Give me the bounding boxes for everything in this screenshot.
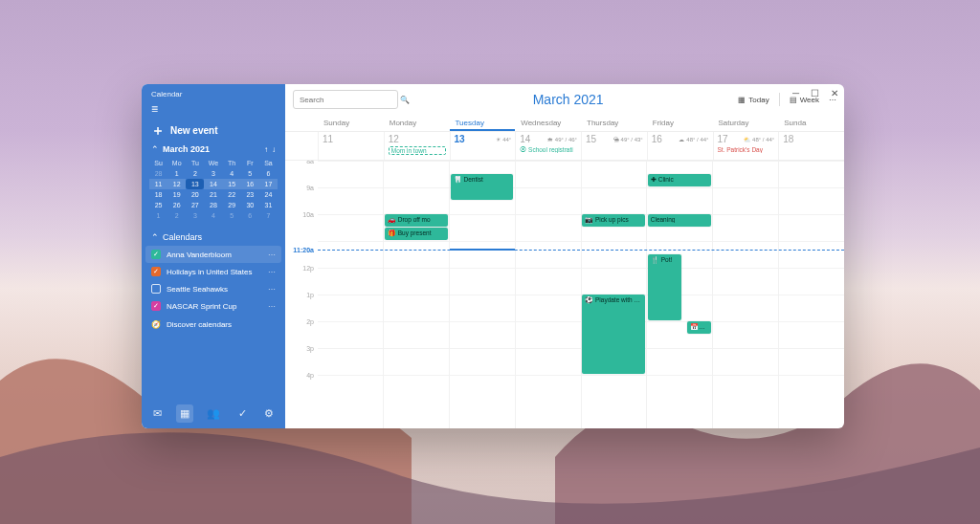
today-button[interactable]: ▦ Today: [738, 96, 768, 104]
mini-cal-day[interactable]: 16: [241, 179, 259, 189]
mini-cal-day[interactable]: 5: [241, 168, 259, 179]
mini-cal-day[interactable]: 1: [149, 210, 167, 221]
calendar-more-icon[interactable]: ⋯: [268, 285, 276, 294]
calendar-event[interactable]: 🦷Dentist: [451, 174, 514, 200]
mini-cal-day[interactable]: 11: [149, 179, 167, 189]
mail-icon[interactable]: ✉: [149, 404, 166, 423]
prev-month-button[interactable]: ↑: [264, 145, 268, 154]
mini-cal-day[interactable]: 23: [241, 189, 259, 200]
todo-icon[interactable]: ✓: [234, 404, 251, 423]
grid-day-column[interactable]: [318, 161, 383, 428]
mini-cal-day[interactable]: 29: [223, 200, 241, 210]
calendar-event[interactable]: 📷Pick up pics: [582, 214, 645, 227]
hamburger-icon[interactable]: ≡: [142, 102, 285, 121]
mini-cal-day[interactable]: 5: [223, 210, 241, 221]
day-header[interactable]: Thursday: [581, 115, 647, 131]
day-header[interactable]: Wednesday: [515, 115, 581, 131]
allday-cell[interactable]: 17⛅48° / 44°St. Patrick's Day: [713, 132, 779, 160]
calendar-more-icon[interactable]: ⋯: [268, 268, 276, 276]
calendar-event[interactable]: ✚Clinic: [648, 174, 711, 186]
mini-cal-day[interactable]: 31: [259, 200, 278, 210]
grid-day-column[interactable]: [778, 161, 844, 428]
people-icon[interactable]: 👥: [203, 404, 224, 423]
window-minimize-button[interactable]: ─: [792, 88, 799, 98]
allday-cell[interactable]: 13☀44°: [450, 132, 516, 160]
allday-cell[interactable]: 11: [318, 132, 384, 160]
search-input[interactable]: [300, 96, 400, 104]
calendar-list-item[interactable]: ✓NASCAR Sprint Cup⋯: [145, 297, 281, 315]
mini-cal-day[interactable]: 2: [167, 210, 186, 221]
mini-cal-day[interactable]: 13: [186, 179, 204, 189]
calendar-checkbox[interactable]: ✓: [151, 301, 161, 311]
mini-cal-day[interactable]: 2: [186, 168, 204, 179]
mini-cal-day[interactable]: 26: [167, 200, 186, 210]
mini-cal-day[interactable]: 25: [149, 200, 167, 210]
calendar-event[interactable]: ⚽Playdate with Brandon: [582, 295, 645, 374]
allday-cell[interactable]: 14🌧49° / 46°⦿ School registrati: [515, 132, 581, 160]
calendar-list-item[interactable]: Seattle Seahawks⋯: [145, 280, 281, 297]
calendar-list-item[interactable]: ✓Holidays in United States⋯: [145, 263, 281, 280]
mini-cal-day[interactable]: 18: [149, 189, 167, 200]
allday-cell[interactable]: 12Mom in town: [384, 132, 450, 160]
mini-cal-day[interactable]: 7: [259, 210, 278, 221]
mini-cal-day[interactable]: 22: [223, 189, 241, 200]
mini-cal-day[interactable]: 20: [186, 189, 204, 200]
mini-cal-day[interactable]: 12: [167, 179, 186, 189]
mini-cal-day[interactable]: 19: [167, 189, 186, 200]
calendar-event[interactable]: 📅Mar: [687, 321, 711, 334]
calendar-checkbox[interactable]: [151, 284, 161, 294]
next-month-button[interactable]: ↓: [272, 145, 276, 154]
mini-cal-day[interactable]: 1: [167, 168, 186, 179]
calendar-checkbox[interactable]: ✓: [151, 250, 161, 259]
day-header[interactable]: Sunda: [778, 115, 844, 131]
discover-calendars-button[interactable]: 🧭 Discover calendars: [142, 315, 285, 335]
mini-cal-day[interactable]: 3: [204, 168, 222, 179]
search-box[interactable]: 🔍: [293, 90, 398, 109]
grid-day-column[interactable]: [449, 161, 515, 428]
mini-cal-day[interactable]: 6: [259, 168, 278, 179]
calendar-event[interactable]: 🚗Drop off mo: [385, 214, 448, 227]
calendar-event[interactable]: 🍴Pot!: [648, 254, 681, 320]
mini-cal-day[interactable]: 6: [241, 210, 259, 221]
grid-day-column[interactable]: [515, 161, 581, 428]
mini-cal-day[interactable]: 4: [223, 168, 241, 179]
allday-event[interactable]: St. Patrick's Day: [718, 146, 775, 153]
time-grid[interactable]: 8a9a10a11:20a12p1p2p3p4p 🚗Drop off mo🎁Bu…: [285, 161, 844, 428]
mini-cal-day[interactable]: 28: [149, 168, 167, 179]
day-header[interactable]: Monday: [384, 115, 450, 131]
calendar-more-icon[interactable]: ⋯: [268, 251, 276, 259]
calendars-section-toggle[interactable]: ⌃ Calendars: [142, 229, 285, 246]
calendar-checkbox[interactable]: ✓: [151, 267, 161, 276]
calendar-more-icon[interactable]: ⋯: [268, 302, 276, 311]
calendar-list-item[interactable]: ✓Anna Vanderbloom⋯: [145, 246, 281, 263]
mini-cal-day[interactable]: 30: [241, 200, 259, 210]
mini-cal-day[interactable]: 28: [204, 200, 222, 210]
mini-cal-day[interactable]: 4: [204, 210, 222, 221]
allday-event[interactable]: Mom in town: [389, 146, 446, 155]
mini-cal-day[interactable]: 3: [186, 210, 204, 221]
allday-event[interactable]: ⦿ School registrati: [520, 146, 577, 153]
window-close-button[interactable]: ✕: [831, 88, 838, 98]
window-maximize-button[interactable]: ☐: [811, 88, 819, 98]
grid-day-column[interactable]: [712, 161, 778, 428]
grid-day-column[interactable]: [383, 161, 449, 428]
mini-cal-day[interactable]: 17: [259, 179, 278, 189]
day-header[interactable]: Tuesday: [450, 115, 516, 131]
settings-icon[interactable]: ⚙: [260, 404, 278, 423]
allday-cell[interactable]: 16☁48° / 44°: [647, 132, 713, 160]
day-header[interactable]: Friday: [647, 115, 713, 131]
mini-cal-day[interactable]: 21: [204, 189, 222, 200]
mini-cal-day[interactable]: 24: [259, 189, 278, 200]
new-event-button[interactable]: ＋ New event: [151, 123, 276, 137]
calendar-event[interactable]: Cleaning: [648, 214, 711, 227]
mini-cal-day[interactable]: 15: [223, 179, 241, 189]
calendar-nav-icon[interactable]: ▦: [176, 404, 193, 423]
calendar-event[interactable]: 🎁Buy present: [385, 228, 448, 240]
mini-cal-day[interactable]: 14: [204, 179, 222, 189]
allday-cell[interactable]: 18: [778, 132, 844, 160]
mini-cal-day[interactable]: 27: [186, 200, 204, 210]
day-header[interactable]: Saturday: [713, 115, 779, 131]
day-header[interactable]: Sunday: [318, 115, 384, 131]
month-collapse-icon[interactable]: ⌃: [151, 144, 159, 154]
allday-cell[interactable]: 15🌦49° / 43°: [581, 132, 647, 160]
